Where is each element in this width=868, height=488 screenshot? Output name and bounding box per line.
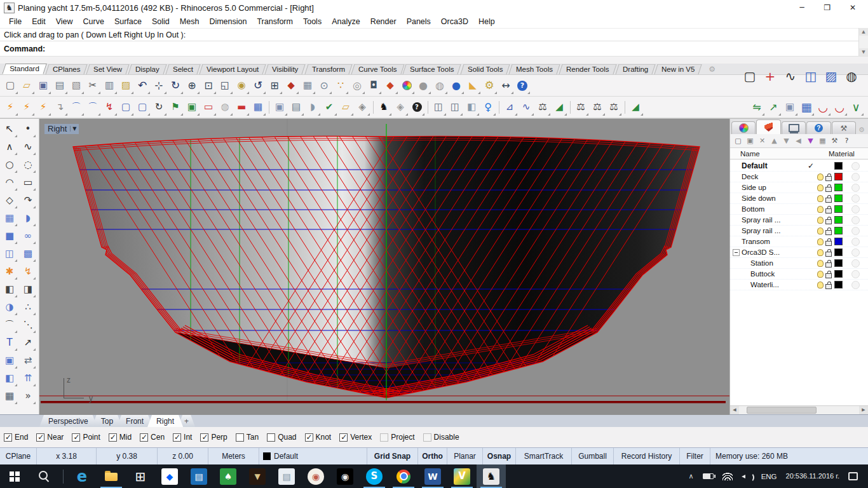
file-explorer-icon[interactable] — [97, 464, 126, 488]
cplane-icon[interactable]: ▦ — [299, 77, 316, 95]
orca-logo-icon[interactable]: ♞ — [376, 98, 392, 116]
start-button[interactable] — [0, 464, 29, 488]
osnap-disable[interactable]: Disable — [423, 433, 459, 442]
chrome-icon[interactable] — [389, 464, 418, 488]
layer-table-icon[interactable]: ▦ — [817, 135, 829, 147]
menu-item[interactable]: Edit — [27, 17, 51, 26]
menu-item[interactable]: Analyze — [327, 17, 365, 26]
grid-tool-icon[interactable]: ▦ — [1, 387, 18, 405]
scale-4-icon[interactable]: ⚖ — [606, 98, 622, 116]
layer-name[interactable]: Bottom — [740, 205, 808, 213]
shaded-view-icon[interactable]: ● — [415, 77, 431, 95]
add-control-point-icon[interactable]: ⌒ — [68, 98, 85, 116]
color-wheel-icon[interactable] — [398, 77, 415, 95]
pan-icon[interactable]: ⊹ — [151, 77, 167, 95]
layer-visibility-bulb-icon[interactable] — [816, 281, 824, 288]
save-tiny-icon[interactable]: ▣ — [782, 98, 798, 116]
osnap-cen[interactable]: Cen — [140, 433, 165, 442]
checkbox[interactable] — [4, 433, 12, 442]
spec-doc-icon[interactable]: ▤ — [288, 98, 304, 116]
layer-row[interactable]: Side down — [730, 193, 868, 204]
viewport-title-dropdown[interactable]: Right — [44, 124, 79, 134]
rotate-view-icon[interactable]: ↻ — [167, 77, 184, 95]
toolbar-tab-render-tools[interactable]: Render Tools — [559, 64, 616, 74]
layer-lock-icon[interactable] — [824, 259, 833, 268]
section-plane-icon[interactable]: ▭ — [200, 98, 217, 116]
checkbox[interactable] — [36, 433, 44, 442]
toolbar-tab-curve-tools[interactable]: Curve Tools — [351, 64, 404, 74]
layer-lock-icon[interactable] — [824, 227, 833, 235]
menu-item[interactable]: View — [51, 17, 78, 26]
layer-color-swatch[interactable] — [834, 162, 843, 170]
polyline-icon[interactable]: ∧ — [1, 138, 18, 156]
layer-row[interactable]: Buttock — [730, 269, 868, 280]
layer-name[interactable]: Station — [740, 259, 808, 267]
scale-points-icon[interactable]: ↗ — [20, 334, 36, 351]
osnap-quad[interactable]: Quad — [267, 433, 296, 442]
zoom-window-icon[interactable]: ⊡ — [200, 77, 217, 95]
collapse-layers-icon[interactable]: ◀ — [792, 135, 804, 147]
close-button[interactable]: ✕ — [840, 3, 865, 12]
layer-lock-icon[interactable] — [824, 216, 833, 224]
osnap-near[interactable]: Near — [36, 433, 64, 442]
ellipse-icon[interactable]: ◌ — [20, 156, 36, 173]
layer-visibility-bulb-icon[interactable] — [816, 184, 824, 191]
menu-item[interactable]: Tools — [298, 17, 327, 26]
display-tab[interactable] — [782, 121, 806, 134]
menu-item[interactable]: Help — [473, 17, 500, 26]
image-frame-icon[interactable]: ▣ — [184, 98, 200, 116]
layer-material-circle[interactable] — [844, 227, 867, 235]
orca-help-icon[interactable]: ? — [409, 98, 425, 116]
paint-icon[interactable]: ◉ — [301, 464, 330, 488]
named-view-icon[interactable]: ◆ — [283, 77, 299, 95]
orca-sections-grid-icon[interactable]: ▦ — [798, 98, 815, 116]
layer-row[interactable]: Side up — [730, 182, 868, 193]
card-game-icon[interactable]: ♠ — [214, 464, 243, 488]
angle-icon[interactable]: ⊙ — [316, 77, 332, 95]
rendered-view-icon[interactable]: ● — [448, 77, 465, 95]
layer-color-swatch[interactable] — [834, 281, 843, 288]
volume-icon[interactable] — [742, 473, 752, 480]
transfer-1-icon[interactable]: ⇋ — [749, 98, 765, 116]
command-input[interactable]: Command: — [0, 41, 868, 56]
save-file-icon[interactable]: ▣ — [35, 77, 51, 95]
layer-row[interactable]: Orca3D S... — [730, 247, 868, 258]
layer-tools-icon[interactable]: ⚒ — [829, 135, 841, 147]
chevron-down-icon[interactable] — [70, 126, 76, 132]
layer-name[interactable]: Spray rail ... — [740, 216, 808, 224]
status-planar[interactable]: Planar — [447, 448, 483, 464]
scale-2-icon[interactable]: ⚖ — [573, 98, 589, 116]
bend-surface-icon[interactable]: ◗ — [20, 209, 36, 227]
align-objects-icon[interactable]: ⇄ — [20, 351, 36, 369]
layer-state-icon[interactable]: ◆ — [382, 77, 398, 95]
polygon-icon[interactable]: ◇ — [1, 191, 18, 209]
move-uvn-icon[interactable]: + — [760, 66, 780, 86]
scrollbar-thumb[interactable] — [747, 407, 817, 414]
edge-browser-icon[interactable]: e — [67, 464, 97, 488]
toolbar-separator[interactable] — [622, 98, 627, 116]
menu-item[interactable]: Mesh — [175, 17, 205, 26]
free-curve-icon[interactable]: ∿ — [20, 138, 36, 156]
layer-visibility-bulb-icon[interactable] — [816, 271, 824, 278]
layer-name[interactable]: Deck — [740, 173, 808, 180]
status-z-coord[interactable]: z 0.00 — [158, 448, 208, 464]
arc-icon[interactable]: ◠ — [1, 173, 18, 191]
osnap-project[interactable]: Project — [380, 433, 414, 442]
handle-curve-icon[interactable]: ↷ — [20, 191, 36, 209]
menu-item[interactable]: Curve — [78, 17, 109, 26]
undo-view-icon[interactable]: ↺ — [250, 77, 266, 95]
toolbar-tab-set-view[interactable]: Set View — [86, 64, 130, 74]
layer-material-circle[interactable] — [844, 184, 867, 192]
render-cone-icon[interactable]: ◣ — [465, 77, 481, 95]
layer-name[interactable]: Waterli... — [740, 281, 808, 288]
layer-color-swatch[interactable] — [834, 227, 843, 234]
layer-lock-icon[interactable] — [824, 270, 833, 278]
sections-eye-3-icon[interactable]: ∨ — [848, 98, 864, 116]
toolbar-tab-select[interactable]: Select — [165, 64, 200, 74]
toolbar-tab-surface-tools[interactable]: Surface Tools — [403, 64, 462, 74]
spheres-icon[interactable]: ∞ — [20, 227, 36, 245]
layer-name[interactable]: Spray rail ... — [740, 227, 808, 234]
status-layer[interactable]: Default — [259, 448, 367, 464]
layer-lock-icon[interactable] — [824, 281, 833, 289]
stability-wedge-2-icon[interactable]: ◢ — [627, 98, 644, 116]
